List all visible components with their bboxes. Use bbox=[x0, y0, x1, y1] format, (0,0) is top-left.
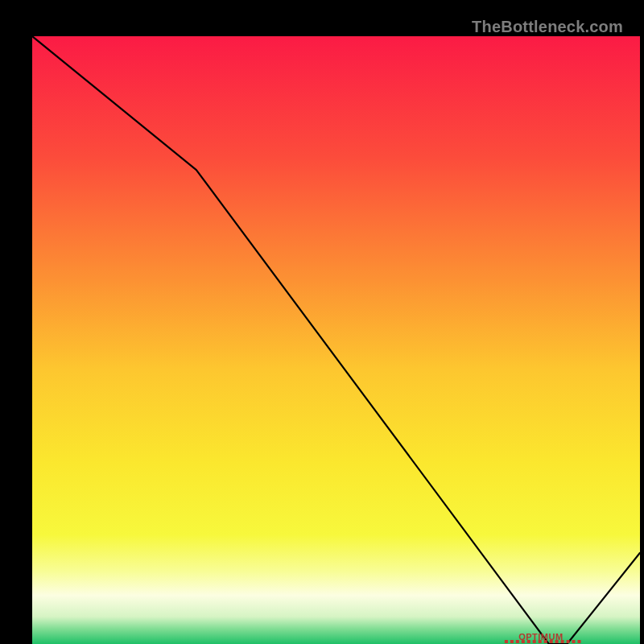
svg-rect-0 bbox=[505, 640, 508, 643]
gradient-fill bbox=[32, 36, 640, 644]
svg-rect-1 bbox=[510, 640, 514, 643]
optimal-label: OPTIMUM bbox=[518, 632, 563, 642]
chart-frame: TheBottleneck.com OPTIMUM bbox=[16, 16, 628, 628]
svg-rect-12 bbox=[572, 640, 576, 643]
watermark-text: TheBottleneck.com bbox=[472, 18, 623, 36]
svg-rect-13 bbox=[578, 640, 581, 643]
svg-rect-11 bbox=[567, 640, 570, 643]
bottleneck-chart bbox=[32, 36, 640, 644]
